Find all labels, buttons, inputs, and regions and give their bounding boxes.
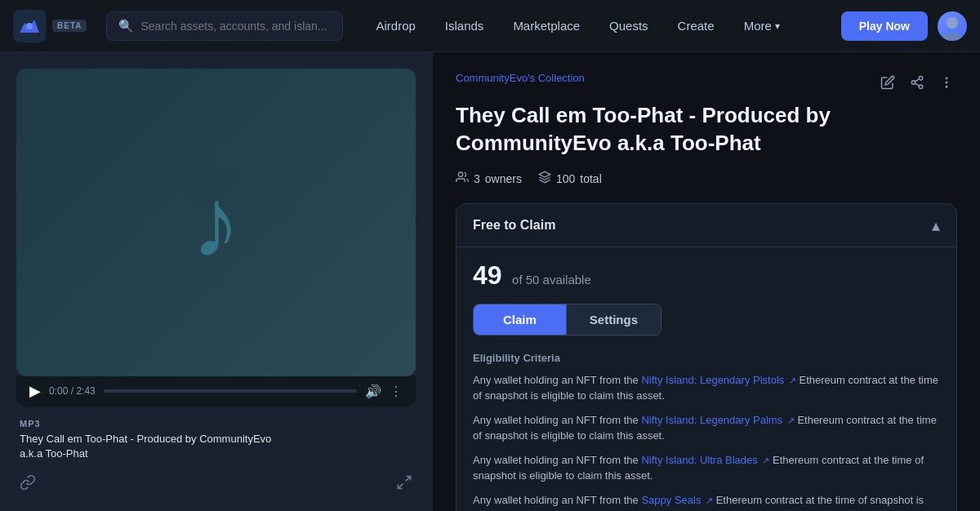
media-card: ♪ (16, 69, 416, 376)
svg-point-1 (26, 23, 33, 29)
nav-link-create[interactable]: Create (665, 12, 728, 39)
time-display: 0:00 / 2:43 (49, 385, 96, 397)
media-actions (16, 468, 416, 495)
navigation: BETA 🔍 Airdrop Islands Marketplace Quest… (0, 0, 980, 52)
svg-point-12 (946, 82, 947, 83)
available-text: of 50 available (512, 273, 591, 287)
claim-header: Free to Claim (457, 204, 956, 247)
eligibility-item-3: Any wallet holding an NFT from the Nifty… (473, 452, 940, 484)
external-link-icon-4: ↗ (706, 495, 713, 505)
play-button[interactable]: ▶ (29, 384, 41, 398)
collapse-button[interactable] (932, 216, 940, 235)
layers-icon (538, 171, 551, 187)
eligibility-item-1: Any wallet holding an NFT from the Nifty… (473, 372, 940, 404)
item-actions (877, 72, 957, 97)
link-icon[interactable] (20, 474, 36, 495)
svg-line-9 (915, 83, 919, 86)
svg-line-4 (406, 477, 411, 482)
svg-point-2 (947, 17, 958, 29)
legendary-pistols-link[interactable]: Nifty Island: Legendary Pistols (641, 374, 784, 386)
media-title: They Call em Too-Phat - Produced by Comm… (20, 432, 412, 461)
edit-button[interactable] (877, 72, 898, 97)
owners-icon (456, 171, 469, 187)
owners-meta: 3 owners (456, 171, 522, 187)
external-link-icon-2: ↗ (787, 415, 795, 425)
svg-point-8 (919, 85, 923, 89)
svg-marker-15 (539, 171, 550, 177)
media-info: MP3 They Call em Too-Phat - Produced by … (16, 407, 416, 468)
svg-point-11 (946, 78, 947, 79)
svg-point-7 (911, 81, 915, 85)
svg-point-6 (919, 77, 923, 81)
chevron-down-icon (775, 20, 780, 32)
media-more-icon[interactable]: ⋮ (390, 384, 403, 399)
media-type-badge: MP3 (20, 419, 412, 429)
claim-box: Free to Claim 49 of 50 available Claim S… (456, 203, 957, 511)
music-note-icon: ♪ (192, 166, 241, 278)
total-meta: 100 total (538, 171, 602, 187)
eligibility-list: Any wallet holding an NFT from the Nifty… (473, 372, 940, 511)
nav-links: Airdrop Islands Marketplace Quests Creat… (363, 12, 840, 39)
svg-point-13 (946, 87, 947, 88)
sappy-seals-link[interactable]: Sappy Seals (641, 494, 701, 506)
claim-buttons: Claim Settings (473, 304, 662, 335)
external-link-icon-3: ↗ (762, 455, 769, 465)
avatar[interactable] (938, 11, 967, 41)
eligibility-item-2: Any wallet holding an NFT from the Nifty… (473, 412, 940, 444)
detail-panel: CommunityEvo's Collection (433, 52, 980, 511)
settings-button[interactable]: Settings (566, 304, 661, 335)
ultra-blades-link[interactable]: Nifty Island: Ultra Blades (641, 454, 757, 466)
media-panel: ♪ ▶ 0:00 / 2:43 🔊 ⋮ MP3 They Call em Too… (0, 52, 433, 511)
chevron-up-icon (932, 216, 940, 234)
legendary-palms-link[interactable]: Nifty Island: Legendary Palms (641, 414, 782, 426)
eligibility-title: Eligibility Criteria (473, 352, 940, 364)
share-button[interactable] (906, 72, 928, 97)
svg-point-14 (458, 172, 462, 176)
beta-badge: BETA (52, 20, 87, 32)
options-button[interactable] (936, 72, 957, 97)
search-input[interactable] (140, 20, 331, 33)
nav-link-more[interactable]: More (731, 12, 793, 39)
claim-body: 49 of 50 available Claim Settings Eligib… (457, 247, 956, 511)
nav-link-marketplace[interactable]: Marketplace (500, 12, 593, 39)
asset-meta: 3 owners 100 total (456, 171, 957, 187)
total-count: 100 (556, 172, 575, 185)
search-icon: 🔍 (118, 19, 134, 33)
total-label: total (580, 172, 601, 185)
media-controls-bar: ▶ 0:00 / 2:43 🔊 ⋮ (16, 375, 416, 407)
search-bar[interactable]: 🔍 (106, 11, 343, 41)
eligibility-item-4: Any wallet holding an NFT from the Sappy… (473, 492, 940, 511)
svg-point-3 (942, 33, 962, 41)
play-now-button[interactable]: Play Now (841, 11, 928, 41)
available-count: 49 (473, 260, 502, 290)
svg-line-5 (399, 484, 403, 489)
nav-link-airdrop[interactable]: Airdrop (363, 12, 428, 39)
claim-availability: 49 of 50 available (473, 260, 940, 291)
logo[interactable]: BETA (13, 10, 87, 42)
nav-right: Play Now (841, 11, 967, 41)
nav-link-islands[interactable]: Islands (432, 12, 497, 39)
svg-line-10 (915, 79, 919, 82)
progress-bar[interactable] (104, 389, 357, 393)
expand-icon[interactable] (396, 474, 412, 495)
owners-label: owners (485, 172, 522, 185)
external-link-icon-1: ↗ (789, 375, 796, 385)
collection-link[interactable]: CommunityEvo's Collection (456, 72, 585, 84)
owners-count: 3 (474, 172, 480, 185)
volume-icon[interactable]: 🔊 (365, 384, 381, 399)
nav-link-quests[interactable]: Quests (596, 12, 662, 39)
claim-title: Free to Claim (473, 218, 555, 233)
main-content: ♪ ▶ 0:00 / 2:43 🔊 ⋮ MP3 They Call em Too… (0, 52, 980, 511)
claim-button[interactable]: Claim (474, 304, 566, 335)
asset-title: They Call em Too-Phat - Produced by Comm… (456, 102, 957, 158)
